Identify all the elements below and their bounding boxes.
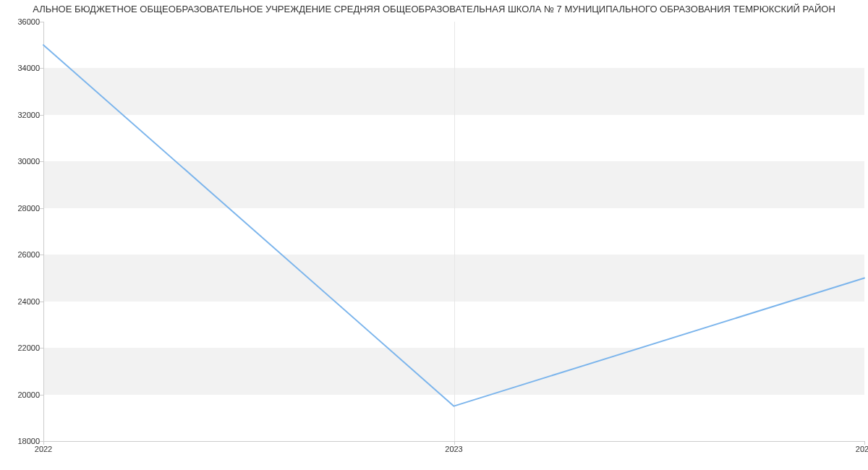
- y-tick: [40, 208, 43, 209]
- y-tick-label: 36000: [17, 17, 40, 26]
- y-tick: [40, 22, 43, 22]
- chart-title: АЛЬНОЕ БЮДЖЕТНОЕ ОБЩЕОБРАЗОВАТЕЛЬНОЕ УЧР…: [0, 4, 868, 14]
- plot-area: [43, 22, 864, 441]
- y-tick: [40, 395, 43, 396]
- y-tick: [40, 348, 43, 349]
- x-tick-label: 2024: [856, 445, 868, 453]
- y-tick: [40, 68, 43, 69]
- y-tick: [40, 115, 43, 116]
- y-tick: [40, 161, 43, 162]
- x-tick-label: 2022: [35, 445, 52, 453]
- chart-container: АЛЬНОЕ БЮДЖЕТНОЕ ОБЩЕОБРАЗОВАТЕЛЬНОЕ УЧР…: [0, 0, 868, 470]
- series-line: [43, 45, 864, 406]
- y-tick-label: 20000: [17, 390, 40, 399]
- y-tick-label: 24000: [17, 297, 40, 306]
- y-tick: [40, 302, 43, 302]
- y-tick-label: 30000: [17, 157, 40, 166]
- y-tick-label: 34000: [17, 64, 40, 72]
- y-tick: [40, 255, 43, 255]
- y-tick-label: 28000: [17, 204, 40, 213]
- y-tick-label: 32000: [17, 111, 40, 119]
- y-tick-label: 22000: [17, 343, 40, 352]
- data-line-svg: [43, 22, 864, 441]
- x-tick-label: 2023: [445, 445, 462, 453]
- y-tick-label: 26000: [17, 250, 40, 259]
